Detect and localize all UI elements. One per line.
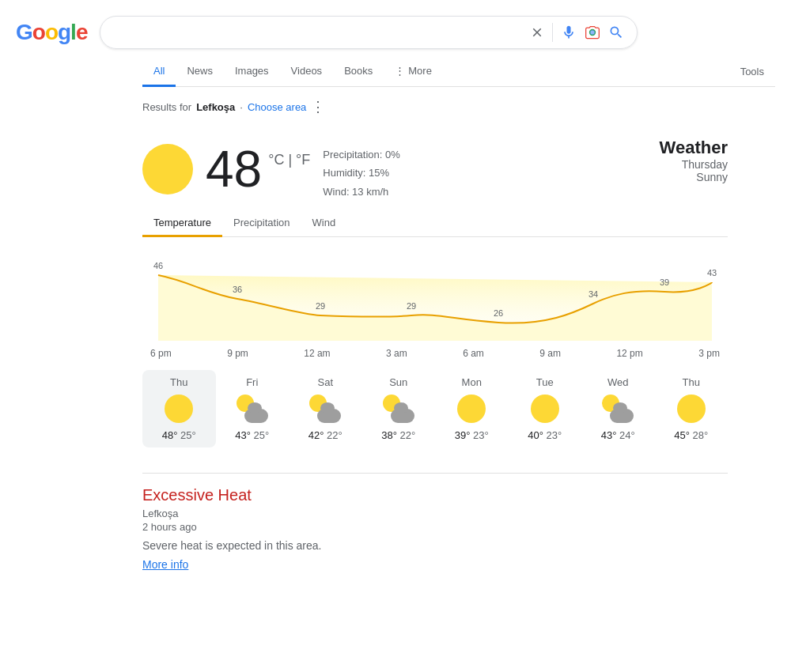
chart-tab-precipitation[interactable]: Precipitation [222, 210, 301, 237]
search-bar: official temperature in Nicosia now [100, 16, 638, 49]
news-item: Excessive Heat Lefkoşa 2 hours ago Sever… [142, 486, 728, 571]
sun-small-icon-thu2 [677, 395, 706, 423]
tab-news[interactable]: News [176, 57, 224, 87]
clear-button[interactable] [530, 25, 544, 40]
news-title[interactable]: Excessive Heat [142, 486, 728, 504]
news-time: 2 hours ago [142, 521, 728, 533]
time-label-3: 3 am [386, 348, 407, 359]
choose-area-link[interactable]: Choose area [248, 101, 306, 113]
time-label-5: 9 am [539, 348, 561, 359]
news-source: Lefkoşa [142, 508, 728, 519]
day-icon-fri [237, 393, 268, 425]
day-name-mon: Mon [462, 376, 482, 388]
svg-text:29: 29 [407, 301, 416, 311]
tab-all[interactable]: All [142, 57, 176, 87]
temperature-display: 48 °C | °F [206, 144, 310, 194]
weather-right-panel: Weather Thursday Sunny [660, 138, 728, 183]
tools-button[interactable]: Tools [729, 58, 775, 85]
news-description: Severe heat is expected in this area. [142, 539, 728, 552]
day-name-wed: Wed [607, 376, 629, 388]
partly-cloudy-icon-sat [309, 395, 341, 423]
day-icon-tue [529, 393, 561, 425]
time-labels: 6 pm 9 pm 12 am 3 am 6 am 9 am 12 pm 3 p… [142, 348, 728, 359]
precipitation-detail: Precipitation: 0% [323, 145, 400, 164]
day-name-fri: Fri [246, 376, 258, 388]
day-temps-wed: 43° 24° [601, 429, 635, 441]
tab-videos[interactable]: Videos [280, 57, 334, 87]
day-temps-tue: 40° 23° [528, 429, 562, 441]
time-label-6: 12 pm [616, 348, 642, 359]
day-temps-mon: 39° 23° [455, 429, 489, 441]
weather-condition: Sunny [660, 171, 728, 183]
day-icon-thu [163, 393, 195, 425]
day-item-thu2[interactable]: Thu 45° 28° [655, 370, 729, 447]
sun-icon [142, 144, 193, 194]
day-forecast: Thu 48° 25° Fri [142, 370, 728, 447]
day-item-sun[interactable]: Sun 38° 22° [362, 370, 436, 447]
more-dots-icon: ⋮ [395, 65, 406, 77]
search-button[interactable] [608, 25, 624, 40]
weather-details: Precipitation: 0% Humidity: 15% Wind: 13… [323, 138, 400, 201]
lens-button[interactable] [585, 25, 600, 40]
svg-text:39: 39 [660, 277, 669, 287]
news-more-info-link[interactable]: More info [142, 558, 188, 571]
svg-text:36: 36 [233, 285, 242, 294]
voice-search-button[interactable] [561, 25, 577, 40]
search-input[interactable]: official temperature in Nicosia now [113, 25, 524, 40]
search-divider [552, 23, 553, 42]
weather-day: Thursday [660, 158, 728, 171]
chart-tab-temperature[interactable]: Temperature [142, 210, 222, 237]
weather-widget: 48 °C | °F Precipitation: 0% Humidity: 1… [142, 125, 728, 460]
time-label-7: 3 pm [698, 348, 720, 359]
results-for: Results for Lefkoşa · Choose area ⋮ [142, 100, 775, 114]
tab-books[interactable]: Books [333, 57, 384, 87]
weather-label: Weather [660, 138, 728, 158]
day-item-sat[interactable]: Sat 42° 22° [289, 370, 362, 447]
results-for-prefix: Results for [142, 101, 191, 113]
svg-text:46: 46 [153, 261, 163, 270]
temperature-chart: 46 36 29 29 26 34 39 43 [142, 250, 728, 345]
time-label-2: 12 am [304, 348, 330, 359]
day-icon-sat [309, 393, 341, 425]
day-temps-sun: 38° 22° [381, 429, 415, 441]
day-name-thu: Thu [170, 376, 187, 388]
day-name-tue: Tue [536, 376, 554, 388]
day-item-fri[interactable]: Fri 43° 25° [216, 370, 290, 447]
day-item-mon[interactable]: Mon 39° 23° [435, 370, 509, 447]
day-item-thu-active[interactable]: Thu 48° 25° [142, 370, 216, 447]
sun-small-icon-tue [531, 395, 559, 423]
partly-cloudy-icon [237, 395, 268, 423]
camera-icon [585, 25, 600, 40]
day-temps-thu: 48° 25° [162, 429, 196, 441]
svg-text:29: 29 [316, 301, 325, 311]
day-name-sun: Sun [389, 376, 407, 388]
results-location: Lefkoşa [196, 101, 235, 113]
day-temps-sat: 42° 22° [308, 429, 343, 441]
chart-tabs: Temperature Precipitation Wind [142, 210, 728, 237]
sun-small-icon-mon [457, 395, 486, 423]
close-icon [530, 25, 544, 40]
day-temps-thu2: 45° 28° [674, 429, 708, 441]
day-icon-mon [456, 393, 487, 425]
tab-images[interactable]: Images [224, 57, 280, 87]
temperature-value: 48 [206, 144, 262, 194]
time-label-1: 9 pm [227, 348, 248, 359]
microphone-icon [561, 25, 577, 40]
tab-more[interactable]: ⋮ More [384, 57, 443, 87]
day-item-tue[interactable]: Tue 40° 23° [509, 370, 582, 447]
day-icon-thu2 [676, 393, 707, 425]
chart-tab-wind[interactable]: Wind [301, 210, 347, 237]
search-icon [608, 25, 624, 40]
sun-small-icon [165, 395, 193, 423]
day-item-wed[interactable]: Wed 43° 24° [581, 370, 655, 447]
humidity-detail: Humidity: 15% [323, 164, 400, 182]
partly-cloudy-icon-sun [383, 395, 414, 423]
day-temps-fri: 43° 25° [235, 429, 269, 441]
svg-text:43: 43 [707, 268, 717, 277]
results-dot: · [240, 101, 243, 113]
svg-text:34: 34 [589, 289, 598, 299]
svg-text:26: 26 [494, 308, 503, 318]
options-dots-icon[interactable]: ⋮ [311, 100, 325, 114]
partly-cloudy-icon-wed [602, 395, 634, 423]
temperature-unit: °C | °F [268, 144, 310, 168]
